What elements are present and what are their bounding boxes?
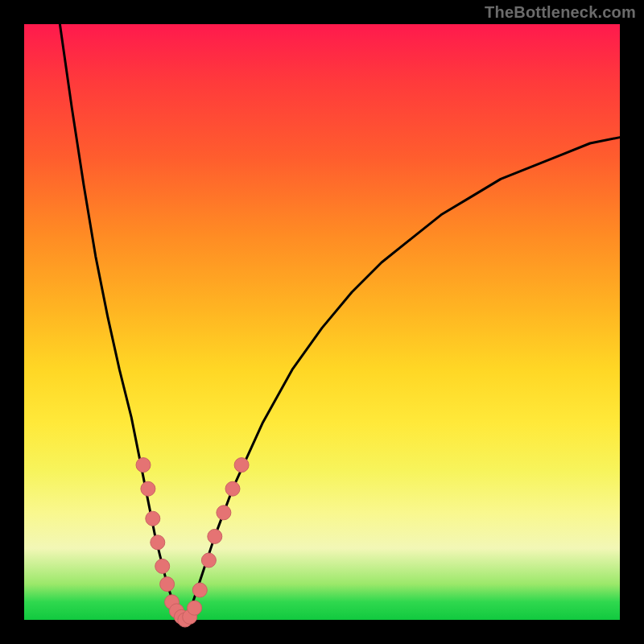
marker-point xyxy=(225,481,240,496)
watermark-text: TheBottleneck.com xyxy=(485,3,636,22)
marker-point xyxy=(136,458,151,473)
marker-point xyxy=(192,583,207,597)
curve-left-branch xyxy=(60,24,184,620)
marker-point xyxy=(151,535,165,550)
marker-point xyxy=(217,506,231,520)
marker-point xyxy=(188,601,202,615)
chart-frame: TheBottleneck.com xyxy=(0,0,644,644)
marker-point xyxy=(208,529,222,543)
plot-area xyxy=(24,24,620,620)
marker-point xyxy=(160,577,175,592)
curve-right-branch xyxy=(185,138,620,620)
marker-point xyxy=(201,553,216,568)
chart-svg xyxy=(24,24,620,620)
marker-point xyxy=(141,481,155,496)
marker-point xyxy=(155,559,170,573)
marker-point xyxy=(146,511,160,526)
marker-layer xyxy=(136,458,249,627)
curve-layer xyxy=(60,24,620,620)
marker-point xyxy=(234,458,249,473)
